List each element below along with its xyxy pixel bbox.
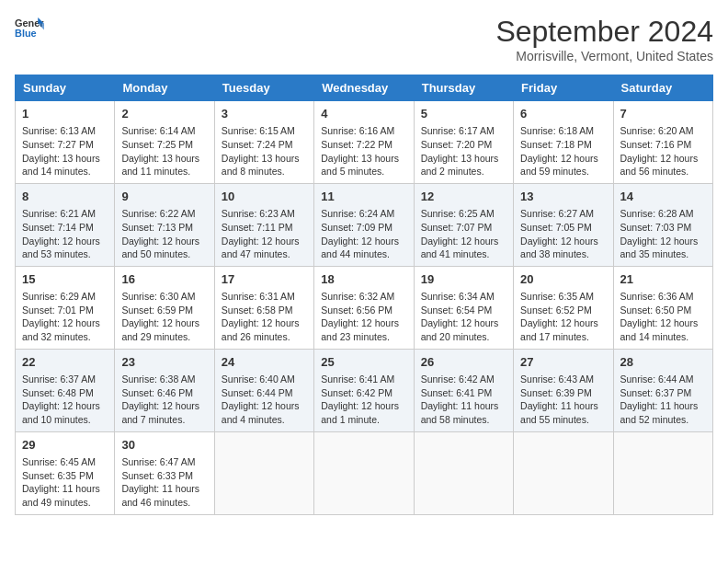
- day-info: Sunrise: 6:14 AM Sunset: 7:25 PM Dayligh…: [121, 124, 207, 178]
- day-info: Sunrise: 6:37 AM Sunset: 6:48 PM Dayligh…: [22, 373, 108, 427]
- svg-text:Blue: Blue: [15, 28, 37, 39]
- day-info: Sunrise: 6:36 AM Sunset: 6:50 PM Dayligh…: [620, 290, 706, 344]
- day-info: Sunrise: 6:45 AM Sunset: 6:35 PM Dayligh…: [22, 455, 108, 510]
- location: Morrisville, Vermont, United States: [495, 49, 713, 63]
- day-cell: 21Sunrise: 6:36 AM Sunset: 6:50 PM Dayli…: [613, 266, 712, 349]
- day-number: 1: [22, 106, 108, 122]
- week-row-4: 22Sunrise: 6:37 AM Sunset: 6:48 PM Dayli…: [16, 349, 713, 431]
- day-cell: 25Sunrise: 6:41 AM Sunset: 6:42 PM Dayli…: [314, 349, 414, 431]
- column-header-sunday: Sunday: [16, 75, 115, 101]
- column-header-wednesday: Wednesday: [314, 75, 414, 101]
- day-number: 18: [321, 271, 406, 288]
- day-number: 3: [222, 106, 307, 122]
- day-cell: 10Sunrise: 6:23 AM Sunset: 7:11 PM Dayli…: [214, 183, 313, 266]
- day-cell: 4Sunrise: 6:16 AM Sunset: 7:22 PM Daylig…: [314, 101, 414, 184]
- day-number: 28: [620, 354, 706, 371]
- day-number: 25: [321, 354, 406, 371]
- day-info: Sunrise: 6:30 AM Sunset: 6:59 PM Dayligh…: [121, 290, 207, 344]
- page-header: General Blue September 2024 Morrisville,…: [15, 15, 713, 63]
- day-number: 13: [520, 189, 606, 205]
- day-number: 21: [620, 271, 706, 288]
- week-row-2: 8Sunrise: 6:21 AM Sunset: 7:14 PM Daylig…: [16, 183, 713, 266]
- day-cell: 17Sunrise: 6:31 AM Sunset: 6:58 PM Dayli…: [214, 266, 313, 349]
- day-number: 10: [222, 189, 307, 205]
- day-info: Sunrise: 6:29 AM Sunset: 7:01 PM Dayligh…: [22, 290, 108, 344]
- day-number: 6: [520, 106, 606, 122]
- day-number: 15: [22, 271, 108, 288]
- day-cell: [214, 431, 313, 514]
- day-cell: [613, 431, 712, 514]
- day-cell: 2Sunrise: 6:14 AM Sunset: 7:25 PM Daylig…: [115, 101, 214, 184]
- day-number: 9: [121, 189, 207, 205]
- day-cell: 1Sunrise: 6:13 AM Sunset: 7:27 PM Daylig…: [16, 101, 115, 184]
- day-number: 20: [520, 271, 606, 288]
- column-header-tuesday: Tuesday: [214, 75, 313, 101]
- day-info: Sunrise: 6:38 AM Sunset: 6:46 PM Dayligh…: [121, 373, 207, 427]
- day-cell: 11Sunrise: 6:24 AM Sunset: 7:09 PM Dayli…: [314, 183, 414, 266]
- day-info: Sunrise: 6:47 AM Sunset: 6:33 PM Dayligh…: [121, 455, 207, 510]
- day-number: 23: [121, 354, 207, 371]
- day-cell: 29Sunrise: 6:45 AM Sunset: 6:35 PM Dayli…: [16, 431, 115, 514]
- day-number: 29: [22, 437, 108, 454]
- day-info: Sunrise: 6:15 AM Sunset: 7:24 PM Dayligh…: [222, 124, 307, 178]
- day-cell: 20Sunrise: 6:35 AM Sunset: 6:52 PM Dayli…: [514, 266, 613, 349]
- day-cell: 3Sunrise: 6:15 AM Sunset: 7:24 PM Daylig…: [214, 101, 313, 184]
- day-number: 17: [222, 271, 307, 288]
- day-info: Sunrise: 6:34 AM Sunset: 6:54 PM Dayligh…: [421, 290, 506, 344]
- day-info: Sunrise: 6:25 AM Sunset: 7:07 PM Dayligh…: [421, 207, 506, 261]
- day-cell: 5Sunrise: 6:17 AM Sunset: 7:20 PM Daylig…: [414, 101, 513, 184]
- day-number: 19: [421, 271, 506, 288]
- day-cell: 14Sunrise: 6:28 AM Sunset: 7:03 PM Dayli…: [613, 183, 712, 266]
- logo-icon: General Blue: [15, 15, 44, 40]
- day-cell: 22Sunrise: 6:37 AM Sunset: 6:48 PM Dayli…: [16, 349, 115, 431]
- day-cell: [414, 431, 513, 514]
- day-cell: 26Sunrise: 6:42 AM Sunset: 6:41 PM Dayli…: [414, 349, 513, 431]
- day-info: Sunrise: 6:32 AM Sunset: 6:56 PM Dayligh…: [321, 290, 406, 344]
- week-row-1: 1Sunrise: 6:13 AM Sunset: 7:27 PM Daylig…: [16, 101, 713, 184]
- day-cell: 23Sunrise: 6:38 AM Sunset: 6:46 PM Dayli…: [115, 349, 214, 431]
- title-area: September 2024 Morrisville, Vermont, Uni…: [495, 15, 713, 63]
- day-cell: [314, 431, 414, 514]
- week-row-3: 15Sunrise: 6:29 AM Sunset: 7:01 PM Dayli…: [16, 266, 713, 349]
- day-cell: 13Sunrise: 6:27 AM Sunset: 7:05 PM Dayli…: [514, 183, 613, 266]
- day-cell: 16Sunrise: 6:30 AM Sunset: 6:59 PM Dayli…: [115, 266, 214, 349]
- day-cell: 27Sunrise: 6:43 AM Sunset: 6:39 PM Dayli…: [514, 349, 613, 431]
- day-info: Sunrise: 6:21 AM Sunset: 7:14 PM Dayligh…: [22, 207, 108, 261]
- day-number: 12: [421, 189, 506, 205]
- day-info: Sunrise: 6:18 AM Sunset: 7:18 PM Dayligh…: [520, 124, 606, 178]
- day-cell: 24Sunrise: 6:40 AM Sunset: 6:44 PM Dayli…: [214, 349, 313, 431]
- week-row-5: 29Sunrise: 6:45 AM Sunset: 6:35 PM Dayli…: [16, 431, 713, 514]
- day-number: 8: [22, 189, 108, 205]
- day-info: Sunrise: 6:17 AM Sunset: 7:20 PM Dayligh…: [421, 124, 506, 178]
- day-info: Sunrise: 6:28 AM Sunset: 7:03 PM Dayligh…: [620, 207, 706, 261]
- day-info: Sunrise: 6:35 AM Sunset: 6:52 PM Dayligh…: [520, 290, 606, 344]
- day-number: 22: [22, 354, 108, 371]
- month-title: September 2024: [495, 15, 713, 49]
- day-cell: 15Sunrise: 6:29 AM Sunset: 7:01 PM Dayli…: [16, 266, 115, 349]
- day-cell: 6Sunrise: 6:18 AM Sunset: 7:18 PM Daylig…: [514, 101, 613, 184]
- day-info: Sunrise: 6:23 AM Sunset: 7:11 PM Dayligh…: [222, 207, 307, 261]
- day-info: Sunrise: 6:20 AM Sunset: 7:16 PM Dayligh…: [620, 124, 706, 178]
- day-cell: 8Sunrise: 6:21 AM Sunset: 7:14 PM Daylig…: [16, 183, 115, 266]
- day-info: Sunrise: 6:43 AM Sunset: 6:39 PM Dayligh…: [520, 373, 606, 427]
- day-number: 4: [321, 106, 406, 122]
- day-number: 24: [222, 354, 307, 371]
- day-cell: 12Sunrise: 6:25 AM Sunset: 7:07 PM Dayli…: [414, 183, 513, 266]
- day-info: Sunrise: 6:13 AM Sunset: 7:27 PM Dayligh…: [22, 124, 108, 178]
- day-cell: 19Sunrise: 6:34 AM Sunset: 6:54 PM Dayli…: [414, 266, 513, 349]
- calendar-header-row: SundayMondayTuesdayWednesdayThursdayFrid…: [16, 75, 713, 101]
- logo: General Blue: [15, 15, 44, 40]
- day-number: 27: [520, 354, 606, 371]
- day-info: Sunrise: 6:22 AM Sunset: 7:13 PM Dayligh…: [121, 207, 207, 261]
- day-cell: [514, 431, 613, 514]
- column-header-friday: Friday: [514, 75, 613, 101]
- column-header-saturday: Saturday: [613, 75, 712, 101]
- day-number: 7: [620, 106, 706, 122]
- day-number: 30: [121, 437, 207, 454]
- day-cell: 18Sunrise: 6:32 AM Sunset: 6:56 PM Dayli…: [314, 266, 414, 349]
- day-info: Sunrise: 6:40 AM Sunset: 6:44 PM Dayligh…: [222, 373, 307, 427]
- day-number: 11: [321, 189, 406, 205]
- day-info: Sunrise: 6:24 AM Sunset: 7:09 PM Dayligh…: [321, 207, 406, 261]
- day-info: Sunrise: 6:31 AM Sunset: 6:58 PM Dayligh…: [222, 290, 307, 344]
- day-cell: 9Sunrise: 6:22 AM Sunset: 7:13 PM Daylig…: [115, 183, 214, 266]
